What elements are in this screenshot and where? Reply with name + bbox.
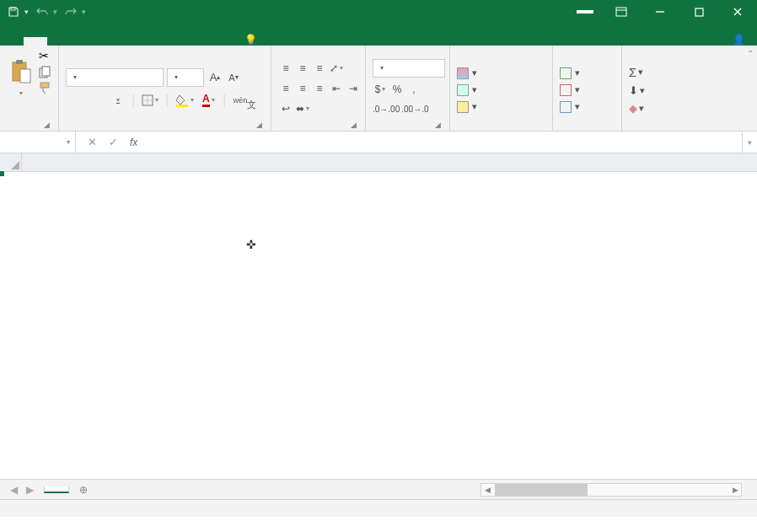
group-clipboard: ▾ ✂ ◢ (0, 46, 59, 131)
increase-font-icon[interactable]: A▴ (207, 69, 223, 86)
increase-decimal-icon[interactable]: .0→.00 (373, 101, 400, 118)
new-sheet-button[interactable]: ⊕ (74, 481, 93, 499)
maximize-button[interactable] (679, 0, 718, 24)
conditional-format-button[interactable]: ▾ (457, 67, 477, 79)
save-icon[interactable] (7, 5, 20, 19)
status-bar (0, 499, 757, 517)
qat-dropdown-icon[interactable]: ▾ (24, 8, 29, 16)
table-format-button[interactable]: ▾ (457, 84, 477, 96)
group-styles: ▾ ▾ ▾ (450, 46, 553, 131)
accounting-icon[interactable]: $ (373, 81, 388, 98)
collapse-ribbon-icon[interactable]: ⌃ (747, 49, 754, 58)
tab-formulas[interactable] (94, 37, 118, 46)
tab-power-pivot[interactable] (212, 37, 236, 46)
cancel-formula-icon[interactable]: ✕ (88, 136, 97, 148)
indent-left-icon[interactable]: ⇤ (329, 80, 344, 97)
font-size-combo[interactable]: ▾ (167, 68, 204, 87)
format-painter-icon[interactable] (39, 82, 51, 94)
worksheet-grid[interactable]: ✜ (0, 153, 757, 479)
tab-data[interactable] (118, 37, 142, 46)
login-button[interactable] (577, 10, 593, 13)
percent-icon[interactable]: % (389, 81, 405, 98)
bold-button[interactable] (66, 92, 81, 109)
name-box[interactable]: ▾ (0, 132, 76, 153)
group-font: ▾ ▾ A▴ A▾ | | A | wén文 ◢ (59, 46, 271, 131)
phonetic-button[interactable]: wén文 (233, 92, 256, 109)
svg-rect-0 (11, 8, 15, 10)
tab-home[interactable] (24, 37, 47, 46)
tab-view[interactable] (165, 37, 189, 46)
accept-formula-icon[interactable]: ✓ (109, 136, 118, 148)
dialog-launcher-icon[interactable]: ◢ (351, 121, 357, 129)
tab-file[interactable] (0, 37, 24, 46)
tab-review[interactable] (142, 37, 165, 46)
tab-help[interactable] (189, 37, 212, 46)
dialog-launcher-icon[interactable]: ◢ (435, 121, 441, 129)
tab-insert[interactable] (47, 37, 71, 46)
group-editing: Σ ▾ ⬇ ▾ ◆ ▾ (622, 46, 683, 131)
minimize-button[interactable] (641, 0, 679, 24)
svg-rect-9 (42, 67, 50, 76)
align-left-icon[interactable]: ≡ (278, 80, 293, 97)
share-button[interactable]: 👤 (733, 34, 749, 46)
align-middle-icon[interactable]: ≡ (295, 60, 310, 77)
fx-icon[interactable]: fx (130, 137, 137, 148)
tell-me-search[interactable]: 💡 (236, 34, 271, 46)
align-right-icon[interactable]: ≡ (312, 80, 327, 97)
align-top-icon[interactable]: ≡ (278, 60, 293, 77)
border-button[interactable] (142, 92, 158, 109)
insert-icon (560, 67, 572, 79)
font-color-button[interactable]: A (201, 92, 216, 109)
italic-button[interactable] (88, 92, 103, 109)
horizontal-scrollbar[interactable]: ◀ ▶ (481, 483, 742, 497)
undo-icon[interactable] (35, 5, 49, 19)
format-cells-button[interactable]: ▾ (560, 101, 580, 113)
ribbon-options-button[interactable] (602, 0, 641, 24)
paste-button[interactable]: ▾ (7, 49, 35, 106)
number-format-combo[interactable]: ▾ (373, 59, 445, 78)
wrap-text-icon[interactable]: ↩ (278, 100, 293, 117)
tab-layout[interactable] (71, 37, 94, 46)
merge-button[interactable]: ⬌ (295, 100, 310, 117)
cell-styles-button[interactable]: ▾ (457, 101, 477, 113)
cells-label (560, 127, 615, 131)
formula-bar: ▾ ✕ ✓ fx ▾ (0, 132, 757, 153)
scroll-right-icon[interactable]: ▶ (729, 486, 741, 494)
insert-cells-button[interactable]: ▾ (560, 67, 580, 79)
align-center-icon[interactable]: ≡ (295, 80, 310, 97)
chevron-down-icon: ▾ (19, 89, 23, 97)
fill-button[interactable]: ⬇ ▾ (629, 84, 645, 97)
sheet-nav-next-icon[interactable]: ▶ (26, 484, 34, 496)
autosum-button[interactable]: Σ ▾ (629, 65, 643, 79)
dialog-launcher-icon[interactable]: ◢ (44, 121, 50, 129)
cursor-cross-icon: ✜ (246, 238, 256, 251)
dialog-launcher-icon[interactable]: ◢ (256, 121, 262, 129)
comma-icon[interactable]: , (406, 81, 421, 98)
cut-icon[interactable]: ✂ (39, 49, 51, 62)
orientation-icon[interactable]: ⤢ (329, 60, 344, 77)
decrease-font-icon[interactable]: A▾ (226, 69, 241, 86)
redo-icon[interactable] (64, 5, 78, 19)
font-name-combo[interactable]: ▾ (66, 68, 164, 87)
sheet-tab[interactable] (44, 486, 69, 493)
delete-cells-button[interactable]: ▾ (560, 84, 580, 96)
sheet-nav-prev-icon[interactable]: ◀ (10, 484, 18, 496)
undo-dropdown-icon[interactable]: ▾ (53, 8, 57, 16)
decrease-decimal-icon[interactable]: .00→.0 (401, 101, 428, 118)
fill-color-button[interactable] (175, 92, 194, 109)
indent-right-icon[interactable]: ⇥ (346, 80, 361, 97)
align-bottom-icon[interactable]: ≡ (312, 60, 327, 77)
delete-icon (560, 84, 572, 96)
scroll-left-icon[interactable]: ◀ (481, 486, 493, 494)
underline-button[interactable] (110, 92, 125, 109)
ribbon-tabs: 💡 👤 (0, 24, 757, 46)
clear-button[interactable]: ◆ ▾ (629, 102, 644, 115)
select-all-button[interactable] (0, 153, 22, 171)
scrollbar-thumb[interactable] (495, 484, 588, 496)
expand-formula-bar-icon[interactable]: ▾ (742, 132, 757, 153)
format-icon (560, 101, 572, 113)
copy-icon[interactable] (39, 66, 51, 78)
redo-dropdown-icon[interactable]: ▾ (82, 8, 86, 16)
close-button[interactable] (718, 0, 757, 24)
column-headers (0, 153, 757, 172)
